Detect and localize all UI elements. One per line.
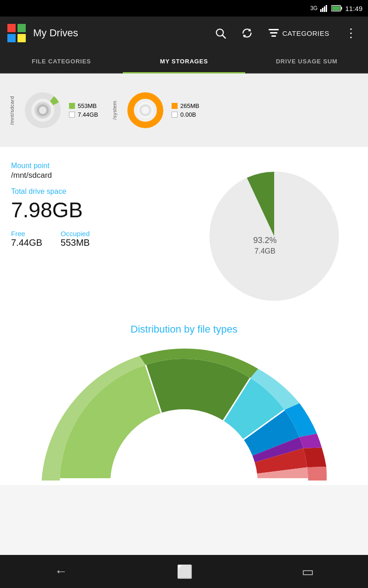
mount-point-label: Mount point bbox=[11, 162, 191, 170]
system-used-label: 265MB bbox=[180, 102, 199, 109]
recents-button[interactable]: ▭ bbox=[288, 560, 328, 584]
total-drive-label: Total drive space bbox=[11, 187, 191, 196]
svg-text:6.8%: 6.8% bbox=[332, 198, 347, 205]
svg-rect-0 bbox=[320, 9, 322, 12]
total-drive-value: 7.98GB bbox=[11, 198, 191, 222]
svg-rect-13 bbox=[269, 29, 279, 30]
sdcard-donut bbox=[22, 90, 63, 131]
system-used-legend bbox=[172, 103, 178, 109]
svg-rect-39 bbox=[37, 481, 331, 485]
distribution-chart: MUSIC 160MB DOCS 60MB bbox=[0, 343, 368, 485]
main-info: Mount point /mnt/sdcard Total drive spac… bbox=[11, 158, 191, 248]
svg-text:MUSIC: MUSIC bbox=[167, 448, 192, 457]
tab-drive-usage[interactable]: DRIVE USAGE SUM bbox=[245, 50, 368, 73]
svg-rect-1 bbox=[322, 8, 323, 12]
distribution-title: Distribution by file types bbox=[0, 323, 368, 335]
sdcard-used-legend bbox=[69, 103, 75, 109]
svg-rect-2 bbox=[324, 6, 325, 12]
main-chart-area: Mount point /mnt/sdcard Total drive spac… bbox=[11, 158, 357, 314]
svg-rect-9 bbox=[7, 34, 16, 42]
sdcard-free-legend bbox=[69, 112, 75, 118]
system-free-row: 0.00B bbox=[172, 111, 199, 118]
tab-file-categories[interactable]: FILE CATEGORIES bbox=[0, 50, 123, 73]
back-button[interactable]: ← bbox=[41, 560, 81, 583]
svg-rect-6 bbox=[332, 6, 340, 11]
app-title: My Drives bbox=[33, 27, 203, 39]
free-occupied-row: Free 7.44GB Occupied 553MB bbox=[11, 230, 191, 248]
svg-rect-7 bbox=[7, 24, 16, 32]
system-storage-info: 265MB 0.00B bbox=[172, 102, 199, 118]
app-bar: My Drives CATEGORIES ⋮ bbox=[0, 17, 368, 50]
sdcard-free-row: 7.44GB bbox=[69, 111, 98, 118]
svg-text:7.4GB: 7.4GB bbox=[254, 247, 275, 255]
mount-point-value: /mnt/sdcard bbox=[11, 171, 191, 180]
svg-text:93.2%: 93.2% bbox=[253, 236, 276, 245]
occupied-stat: Occupied 553MB bbox=[61, 230, 90, 248]
time-display: 11:49 bbox=[345, 5, 362, 12]
svg-point-24 bbox=[142, 107, 149, 114]
occupied-value: 553MB bbox=[61, 237, 90, 248]
main-pie-chart: 93.2% 7.4GB 6.8% 553MB bbox=[191, 158, 357, 314]
free-value: 7.44GB bbox=[11, 237, 42, 248]
system-storage-thumb[interactable]: /system 265MB 0.00B bbox=[112, 90, 199, 131]
svg-rect-15 bbox=[271, 35, 276, 37]
free-stat: Free 7.44GB bbox=[11, 230, 42, 248]
svg-rect-10 bbox=[17, 34, 26, 42]
signal-icon: 3G bbox=[310, 5, 317, 11]
system-free-legend bbox=[172, 112, 178, 118]
battery-icon bbox=[331, 5, 342, 11]
svg-rect-14 bbox=[270, 32, 277, 34]
categories-label: CATEGORIES bbox=[282, 29, 329, 37]
bottom-nav: ← ⬜ ▭ bbox=[0, 555, 368, 588]
status-icons: 3G 11:49 bbox=[310, 5, 362, 12]
svg-rect-5 bbox=[341, 7, 342, 10]
system-free-label: 0.00B bbox=[180, 111, 196, 118]
free-label: Free bbox=[11, 230, 42, 237]
sdcard-storage-info: 553MB 7.44GB bbox=[69, 102, 98, 118]
system-donut bbox=[125, 90, 166, 131]
main-content: Mount point /mnt/sdcard Total drive spac… bbox=[0, 147, 368, 314]
categories-button[interactable]: CATEGORIES bbox=[264, 26, 334, 40]
sdcard-used-label: 553MB bbox=[78, 102, 97, 109]
system-used-row: 265MB bbox=[172, 102, 199, 109]
tab-bar: FILE CATEGORIES MY STORAGES DRIVE USAGE … bbox=[0, 50, 368, 74]
search-button[interactable] bbox=[211, 23, 230, 43]
status-bar: 3G 11:49 bbox=[0, 0, 368, 17]
sdcard-used-row: 553MB bbox=[69, 102, 98, 109]
distribution-section: Distribution by file types bbox=[0, 314, 368, 485]
svg-rect-8 bbox=[17, 24, 26, 32]
svg-text:160MB: 160MB bbox=[168, 459, 190, 467]
sdcard-free-label: 7.44GB bbox=[78, 111, 98, 118]
tab-my-storages[interactable]: MY STORAGES bbox=[123, 50, 246, 73]
refresh-button[interactable] bbox=[237, 23, 257, 43]
svg-text:DOCS: DOCS bbox=[215, 463, 235, 470]
svg-line-12 bbox=[223, 35, 225, 38]
occupied-label: Occupied bbox=[61, 230, 90, 237]
sdcard-storage-thumb[interactable]: /mnt/sdcard 553MB 7.44GB bbox=[9, 90, 98, 131]
svg-point-20 bbox=[39, 107, 46, 114]
app-logo bbox=[7, 24, 26, 42]
svg-text:553MB: 553MB bbox=[332, 206, 352, 214]
signal-bars-icon bbox=[320, 5, 328, 12]
svg-text:60MB: 60MB bbox=[217, 472, 234, 480]
more-menu-button[interactable]: ⋮ bbox=[341, 23, 361, 44]
storage-area: /mnt/sdcard 553MB 7.44GB /s bbox=[0, 74, 368, 147]
sdcard-path-label: /mnt/sdcard bbox=[9, 96, 15, 125]
home-button[interactable]: ⬜ bbox=[163, 560, 207, 584]
system-path-label: /system bbox=[112, 101, 117, 119]
svg-rect-3 bbox=[326, 5, 327, 12]
